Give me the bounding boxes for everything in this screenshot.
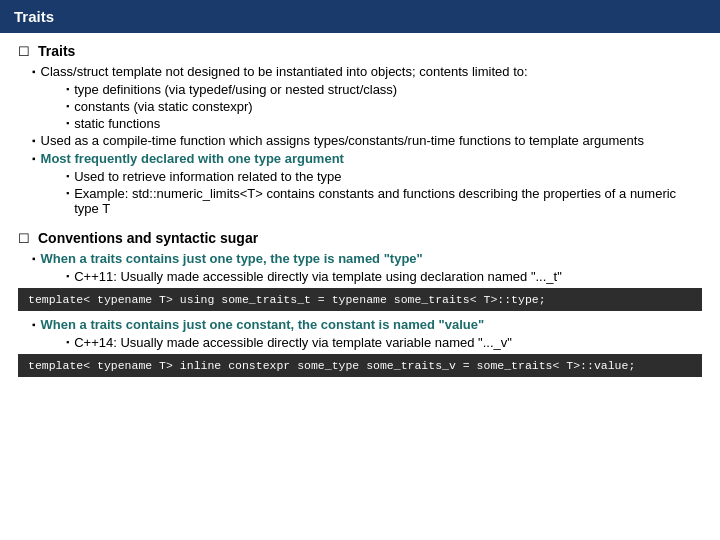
section-traits: ☐ Traits Class/struct template not desig… xyxy=(18,43,702,216)
list-item-2: Used as a compile-time function which as… xyxy=(18,133,702,148)
section-conventions-title: Conventions and syntactic sugar xyxy=(38,230,258,246)
list-item-1-text: Class/struct template not designed to be… xyxy=(41,64,528,79)
list-item-3-text: Most frequently declared with one type a… xyxy=(41,151,344,166)
conv-item-1: When a traits contains just one type, th… xyxy=(18,251,702,266)
sub-item-constants: constants (via static constexpr) xyxy=(60,99,702,114)
main-content: ☐ Traits Class/struct template not desig… xyxy=(0,33,720,401)
conventions-list: When a traits contains just one type, th… xyxy=(18,251,702,284)
header-title: Traits xyxy=(14,8,54,25)
checkbox-icon-conventions: ☐ xyxy=(18,231,30,246)
conv-item-1-text: When a traits contains just one type, th… xyxy=(41,251,423,266)
conventions-list-2: When a traits contains just one constant… xyxy=(18,317,702,350)
conv-sub-item-2-text: C++14: Usually made accessible directly … xyxy=(74,335,512,350)
sub-item-example-text: Example: std::numeric_limits<T> contains… xyxy=(74,186,702,216)
section-conventions: ☐ Conventions and syntactic sugar When a… xyxy=(18,230,702,377)
conv-sub-list-1: C++11: Usually made accessible directly … xyxy=(18,269,702,284)
sub-item-static-functions-text: static functions xyxy=(74,116,160,131)
sub-item-retrieve-text: Used to retrieve information related to … xyxy=(74,169,341,184)
code-block-1: template< typename T> using some_traits_… xyxy=(18,288,702,311)
conv-sub-item-2: C++14: Usually made accessible directly … xyxy=(60,335,702,350)
conv-sub-item-1: C++11: Usually made accessible directly … xyxy=(60,269,702,284)
conv-item-2-text: When a traits contains just one constant… xyxy=(41,317,485,332)
sub-list-1: type definitions (via typedef/using or n… xyxy=(18,82,702,131)
sub-item-example: Example: std::numeric_limits<T> contains… xyxy=(60,186,702,216)
sub-item-retrieve: Used to retrieve information related to … xyxy=(60,169,702,184)
header: Traits xyxy=(0,0,720,33)
traits-list: Class/struct template not designed to be… xyxy=(18,64,702,216)
list-item-3: Most frequently declared with one type a… xyxy=(18,151,702,166)
sub-item-typedef: type definitions (via typedef/using or n… xyxy=(60,82,702,97)
sub-item-static-functions: static functions xyxy=(60,116,702,131)
code-block-2: template< typename T> inline constexpr s… xyxy=(18,354,702,377)
list-item-2-text: Used as a compile-time function which as… xyxy=(41,133,644,148)
sub-item-typedef-text: type definitions (via typedef/using or n… xyxy=(74,82,397,97)
conv-sub-list-2: C++14: Usually made accessible directly … xyxy=(18,335,702,350)
conv-sub-item-1-text: C++11: Usually made accessible directly … xyxy=(74,269,562,284)
sub-item-constants-text: constants (via static constexpr) xyxy=(74,99,252,114)
sub-list-3: Used to retrieve information related to … xyxy=(18,169,702,216)
checkbox-icon-traits: ☐ xyxy=(18,44,30,59)
conv-item-2: When a traits contains just one constant… xyxy=(18,317,702,332)
section-traits-title: Traits xyxy=(38,43,75,59)
list-item-1: Class/struct template not designed to be… xyxy=(18,64,702,79)
